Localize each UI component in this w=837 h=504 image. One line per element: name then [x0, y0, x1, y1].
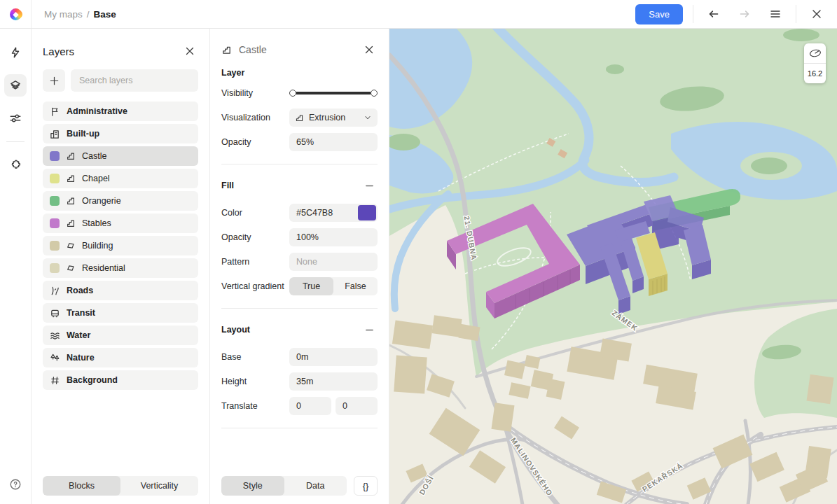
- close-icon: [810, 8, 823, 20]
- translate-y-input[interactable]: 0: [336, 397, 378, 415]
- fill-opacity-input[interactable]: 100%: [289, 228, 378, 246]
- settings-sliders-button[interactable]: [4, 107, 27, 130]
- base-input[interactable]: 0m: [289, 348, 378, 366]
- extrusion-icon: [295, 113, 304, 122]
- tool-rail: [0, 29, 32, 504]
- vertical-gradient-toggle: True False: [289, 277, 378, 295]
- map-canvas[interactable]: 21. DUBNA ZÁMEK MALINOVSKÉHO PEKAŘSKÁ DO…: [389, 29, 837, 504]
- code-editor-button[interactable]: {}: [354, 476, 378, 496]
- tab-style[interactable]: Style: [221, 476, 284, 496]
- breadcrumb-separator: /: [87, 9, 90, 20]
- layer-group-administrative[interactable]: Administrative: [43, 102, 198, 121]
- slider-track[interactable]: [296, 92, 371, 94]
- back-arrow-icon: [707, 7, 721, 21]
- slider-handle-max[interactable]: [371, 90, 378, 97]
- pattern-input[interactable]: None: [289, 253, 378, 271]
- layer-group-roads[interactable]: Roads: [43, 281, 198, 300]
- layers-footer-tabs: Blocks Verticality: [43, 476, 198, 496]
- close-icon: [364, 44, 375, 55]
- layer-color-swatch: [50, 263, 60, 273]
- collapse-fill-button[interactable]: [361, 177, 378, 194]
- extrusion-icon: [66, 151, 76, 161]
- extrusion-icon: [66, 218, 76, 228]
- tab-verticality[interactable]: Verticality: [120, 476, 198, 496]
- layer-color-swatch: [50, 196, 60, 206]
- layers-panel: Layers Search layers Administrative Buil…: [32, 29, 210, 504]
- fill-color-swatch[interactable]: [358, 205, 376, 220]
- plus-icon: [49, 76, 60, 86]
- forward-arrow-icon: [738, 7, 752, 21]
- layer-row-residential[interactable]: Residential: [43, 258, 198, 278]
- layer-group-transit[interactable]: Transit: [43, 303, 198, 323]
- map-viewport[interactable]: 21. DUBNA ZÁMEK MALINOVSKÉHO PEKAŘSKÁ DO…: [389, 29, 837, 504]
- layer-group-built-up[interactable]: Built-up: [43, 124, 198, 144]
- properties-panel-close-button[interactable]: [361, 41, 378, 58]
- save-button[interactable]: Save: [635, 4, 683, 24]
- puzzle-icon: [9, 159, 22, 172]
- search-layers-input[interactable]: Search layers: [71, 69, 198, 92]
- layer-row-castle[interactable]: Castle: [43, 146, 198, 166]
- visibility-label: Visibility: [221, 88, 289, 98]
- vertical-gradient-label: Vertical gradient: [221, 281, 289, 291]
- slider-handle-min[interactable]: [289, 90, 296, 97]
- tilt-compass-icon: [808, 48, 822, 59]
- layer-row-chapel[interactable]: Chapel: [43, 169, 198, 188]
- layer-color-swatch: [50, 174, 60, 183]
- properties-panel: Castle Layer Visibility Visualization Ex…: [210, 29, 389, 504]
- translate-label: Translate: [221, 401, 289, 411]
- minus-icon: [364, 325, 375, 335]
- section-divider: [221, 308, 378, 309]
- rail-divider: [6, 141, 25, 142]
- tab-data[interactable]: Data: [284, 476, 347, 496]
- close-app-button[interactable]: [806, 4, 827, 24]
- quick-actions-button[interactable]: [4, 41, 27, 64]
- fill-color-label: Color: [221, 208, 289, 218]
- layer-opacity-input[interactable]: 65%: [289, 133, 378, 151]
- redo-forward-button[interactable]: [734, 4, 755, 24]
- layers-panel-close-button[interactable]: [181, 43, 198, 59]
- layer-row-building[interactable]: Building: [43, 236, 198, 255]
- visibility-slider[interactable]: [289, 84, 378, 102]
- help-button[interactable]: [4, 473, 27, 496]
- sliders-icon: [9, 112, 22, 125]
- waves-icon: [50, 330, 60, 341]
- zoom-level-indicator[interactable]: 16.2: [804, 64, 826, 83]
- pattern-label: Pattern: [221, 257, 289, 267]
- layer-row-orangerie[interactable]: Orangerie: [43, 191, 198, 211]
- help-icon: [9, 478, 22, 491]
- layout-section-heading: Layout: [221, 325, 250, 335]
- visualization-dropdown[interactable]: Extrusion: [289, 108, 378, 127]
- app-logo[interactable]: [0, 0, 32, 28]
- flag-icon: [50, 106, 60, 117]
- map-view-control: 16.2: [804, 43, 826, 83]
- vertical-gradient-true[interactable]: True: [289, 277, 333, 295]
- layer-group-background[interactable]: Background: [43, 370, 198, 390]
- layers-panel-title: Layers: [43, 46, 74, 57]
- height-label: Height: [221, 377, 289, 386]
- height-input[interactable]: 35m: [289, 372, 378, 391]
- layers-tool-button[interactable]: [4, 74, 27, 97]
- layer-opacity-label: Opacity: [221, 137, 289, 147]
- extrusion-icon: [66, 174, 76, 183]
- translate-x-input[interactable]: 0: [289, 397, 331, 415]
- plugins-button[interactable]: [4, 154, 27, 176]
- polygon-icon: [66, 263, 76, 273]
- bus-icon: [50, 308, 60, 318]
- undo-back-button[interactable]: [703, 4, 724, 24]
- breadcrumb-my-maps[interactable]: My maps: [44, 9, 83, 20]
- tilt-control-button[interactable]: [804, 43, 826, 63]
- add-layer-button[interactable]: [43, 69, 65, 92]
- extrusion-icon: [221, 45, 232, 55]
- layers-icon: [9, 79, 22, 92]
- fill-color-input[interactable]: #5C47B8: [289, 204, 378, 222]
- layer-row-stables[interactable]: Stables: [43, 214, 198, 233]
- layer-group-water[interactable]: Water: [43, 326, 198, 345]
- vertical-gradient-false[interactable]: False: [333, 277, 378, 295]
- properties-panel-title: Castle: [239, 44, 267, 55]
- tab-blocks[interactable]: Blocks: [43, 476, 120, 496]
- collapse-layout-button[interactable]: [361, 321, 378, 338]
- minus-icon: [364, 181, 375, 191]
- menu-button[interactable]: [765, 4, 786, 24]
- base-label: Base: [221, 352, 289, 362]
- layer-group-nature[interactable]: Nature: [43, 348, 198, 368]
